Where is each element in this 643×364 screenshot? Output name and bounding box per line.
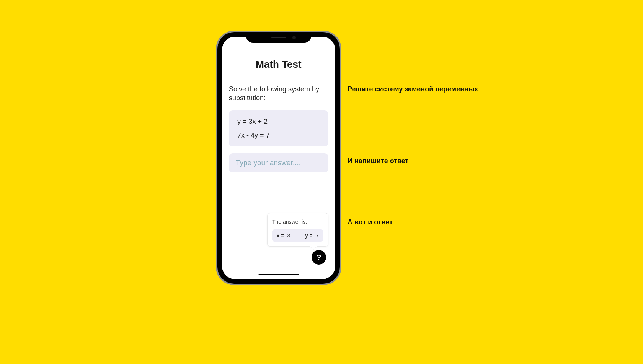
app-screen: Math Test Solve the following system by … (222, 37, 335, 279)
home-indicator[interactable] (259, 274, 299, 275)
tooltip-answer-box: x = -3 y = -7 (272, 229, 323, 242)
help-button[interactable]: ? (312, 250, 326, 265)
answer-x: x = -3 (277, 232, 290, 239)
annotation-bottom: А вот и ответ (348, 218, 393, 227)
speaker-grille (271, 37, 286, 38)
annotation-top: Решите систему заменой переменных (348, 85, 478, 94)
equation-box: y = 3x + 2 7x - 4y = 7 (229, 110, 328, 146)
answer-input[interactable] (229, 153, 328, 172)
phone-notch (246, 32, 311, 43)
equation-2: 7x - 4y = 7 (237, 132, 320, 139)
equation-1: y = 3x + 2 (237, 118, 320, 125)
page-title: Math Test (229, 58, 328, 70)
phone-frame: Math Test Solve the following system by … (216, 31, 341, 285)
tooltip-title: The answer is: (272, 219, 323, 225)
answer-y: y = -7 (305, 232, 319, 239)
phone-bezel: Math Test Solve the following system by … (217, 32, 340, 284)
tooltip-tail (310, 246, 317, 250)
front-camera (292, 36, 296, 39)
question-mark-icon: ? (317, 253, 321, 262)
answer-tooltip: The answer is: x = -3 y = -7 (267, 213, 328, 247)
annotation-middle: И напишите ответ (348, 157, 408, 166)
question-prompt: Solve the following system by substituti… (229, 85, 328, 103)
